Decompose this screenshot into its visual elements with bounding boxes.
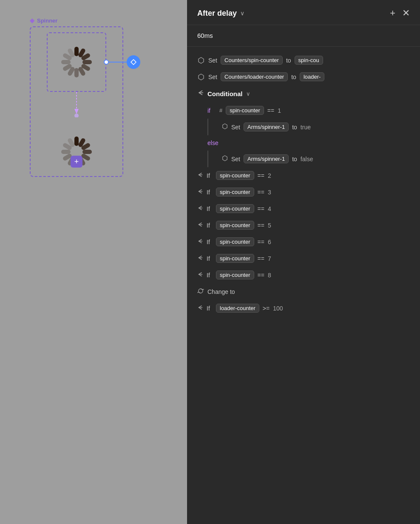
- hexagon-icon-else: [222, 155, 228, 162]
- set-arms-spinner-true-row[interactable]: Set Arms/spinner-1 to true: [215, 119, 420, 135]
- conditional-icon: [197, 89, 204, 98]
- set-arms-spinner-false-row[interactable]: Set Arms/spinner-1 to false: [215, 151, 420, 167]
- spin-counter-token-5[interactable]: spin-counter: [216, 221, 254, 230]
- conditional-icon-2: [197, 172, 203, 179]
- if-row-6[interactable]: If spin-counter == 6: [187, 234, 420, 250]
- eq-op-4: ==: [258, 205, 264, 212]
- arms-spinner-1-token-false[interactable]: Arms/spinner-1: [244, 154, 289, 163]
- set-keyword-if: Set: [231, 124, 240, 131]
- loader-counter-token-last[interactable]: loader-counter: [216, 304, 259, 313]
- conditional-icon-8: [197, 271, 203, 279]
- loader-token[interactable]: loader-: [300, 72, 324, 81]
- add-action-button[interactable]: +: [71, 156, 82, 168]
- if-label-7: If: [207, 255, 213, 262]
- spin-counter-token-1[interactable]: Counters/spin-counter: [221, 56, 283, 65]
- set-keyword-1: Set: [208, 57, 217, 64]
- svg-rect-16: [74, 137, 79, 146]
- if-row-5[interactable]: If spin-counter == 5: [187, 217, 420, 234]
- if-value-1: 1: [278, 107, 281, 114]
- spin-counter-if-token[interactable]: spin-counter: [226, 106, 264, 115]
- value-3: 3: [268, 189, 271, 196]
- if-block: if # spin-counter == 1 Set Arms/spinner-…: [187, 102, 420, 167]
- spinner-inner-box[interactable]: [47, 32, 106, 92]
- value-7: 7: [268, 255, 271, 262]
- spin-counter-token-8[interactable]: spin-counter: [216, 271, 254, 279]
- if-row-8[interactable]: If spin-counter == 8: [187, 267, 420, 283]
- add-action-panel-button[interactable]: +: [390, 9, 395, 18]
- if-label-8: If: [207, 272, 213, 279]
- delay-value[interactable]: 60ms: [197, 32, 213, 39]
- conditional-header[interactable]: Conditional ∨: [187, 85, 420, 102]
- value-6: 6: [268, 239, 271, 245]
- panel-header-left: After delay ∨: [197, 9, 244, 18]
- svg-marker-32: [223, 156, 227, 161]
- true-value: true: [301, 124, 311, 131]
- else-keyword: else: [207, 140, 219, 146]
- eq-op-7: ==: [258, 255, 264, 262]
- if-row-2[interactable]: If spin-counter == 2: [187, 167, 420, 184]
- spinner-label: ◈ Spinner: [30, 17, 123, 24]
- spinner-title: Spinner: [37, 17, 57, 24]
- if-row-3[interactable]: If spin-counter == 3: [187, 184, 420, 200]
- if-label-6: If: [207, 239, 213, 245]
- trigger-node[interactable]: [127, 55, 140, 69]
- conditional-chevron[interactable]: ∨: [246, 91, 250, 97]
- set-spin-counter-row[interactable]: Set Counters/spin-counter to spin-cou: [187, 52, 420, 68]
- delay-section: 60ms: [187, 25, 420, 47]
- spinner-component[interactable]: ◈ Spinner: [30, 17, 123, 177]
- spin-counter-token-3[interactable]: spin-counter: [216, 188, 254, 196]
- panel-title-chevron[interactable]: ∨: [240, 10, 244, 17]
- svg-rect-1: [74, 47, 79, 56]
- close-panel-button[interactable]: ✕: [402, 9, 410, 18]
- spin-cou-token[interactable]: spin-cou: [295, 56, 323, 65]
- spin-counter-token-4[interactable]: spin-counter: [216, 204, 254, 213]
- svg-marker-14: [74, 109, 79, 114]
- set-loader-counter-row[interactable]: Set Counters/loader-counter to loader-: [187, 68, 420, 85]
- set-keyword-else: Set: [231, 156, 240, 162]
- if-row-7[interactable]: If spin-counter == 7: [187, 250, 420, 267]
- to-keyword-1: to: [286, 57, 291, 64]
- loader-counter-token[interactable]: Counters/loader-counter: [221, 72, 288, 81]
- if-body: Set Arms/spinner-1 to true: [207, 119, 420, 135]
- spin-counter-token-2[interactable]: spin-counter: [216, 171, 254, 180]
- conditional-icon-5: [197, 222, 203, 229]
- if-keyword: if: [207, 107, 216, 114]
- conditional-icon-3: [197, 188, 203, 196]
- value-2: 2: [268, 172, 271, 179]
- hexagon-icon-2: [197, 73, 205, 81]
- connection-line: [108, 62, 127, 63]
- if-label-loader: If: [207, 305, 213, 312]
- if-loader-row[interactable]: If loader-counter >= 100: [187, 300, 420, 316]
- spinner-diamond-icon: ◈: [30, 17, 34, 24]
- if-label-3: If: [207, 189, 213, 196]
- set-keyword-2: Set: [208, 74, 217, 80]
- if-row-4[interactable]: If spin-counter == 4: [187, 200, 420, 217]
- svg-marker-31: [223, 124, 227, 129]
- spin-counter-token-6[interactable]: spin-counter: [216, 237, 254, 246]
- change-to-row[interactable]: Change to: [187, 283, 420, 300]
- change-to-icon: [197, 288, 204, 296]
- canvas-area: ◈ Spinner: [0, 0, 187, 524]
- else-row: else: [187, 135, 420, 151]
- conditional-icon-4: [197, 205, 203, 212]
- svg-rect-4: [82, 60, 92, 64]
- conditional-icon-loader: [197, 305, 203, 312]
- hexagon-icon-1: [197, 57, 205, 64]
- svg-rect-25: [61, 150, 71, 154]
- svg-marker-0: [131, 60, 136, 65]
- panel-body[interactable]: Set Counters/spin-counter to spin-cou Se…: [187, 47, 420, 524]
- svg-rect-10: [61, 60, 71, 64]
- if-condition-row[interactable]: if # spin-counter == 1: [187, 102, 420, 119]
- svg-marker-29: [199, 74, 204, 80]
- svg-rect-19: [82, 150, 92, 154]
- actions-panel: After delay ∨ + ✕ 60ms Set Counters/spin…: [187, 0, 420, 524]
- svg-point-15: [74, 114, 79, 117]
- spinner-outer-box[interactable]: +: [30, 26, 123, 177]
- spin-counter-token-7[interactable]: spin-counter: [216, 254, 254, 263]
- to-keyword-else: to: [292, 156, 297, 162]
- svg-marker-28: [199, 57, 204, 63]
- else-body: Set Arms/spinner-1 to false: [207, 151, 420, 167]
- change-to-label: Change to: [207, 288, 235, 295]
- arms-spinner-1-token-true[interactable]: Arms/spinner-1: [244, 122, 289, 131]
- svg-rect-7: [74, 68, 79, 77]
